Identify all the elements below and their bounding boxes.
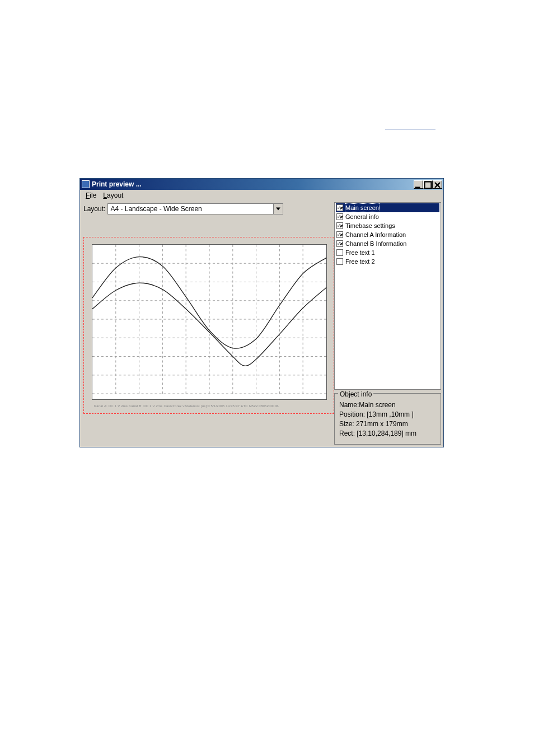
checklist-row[interactable]: Free text 2 [336, 257, 439, 266]
object-info-position: Position: [13mm ,10mm ] [339, 410, 436, 419]
dropdown-icon[interactable] [273, 204, 283, 214]
svg-rect-0 [415, 186, 420, 188]
menu-layout[interactable]: Layout [101, 191, 125, 200]
checklist-row[interactable]: Channel B Information [336, 239, 439, 248]
object-info-name: Name:Main screen [339, 400, 436, 410]
checklist-row[interactable]: Timebase settings [336, 221, 439, 230]
layout-combo-value: A4 - Landscape - Wide Screen [108, 204, 273, 214]
print-preview-window: Print preview ... File Layout Layout: A4… [79, 178, 444, 447]
svg-rect-1 [425, 181, 432, 188]
side-pane: Main screenGeneral infoTimebase settings… [334, 201, 443, 447]
checklist-label: General info [345, 212, 380, 221]
app-icon [82, 180, 90, 188]
waveform-plot [92, 245, 326, 399]
link-placeholder [385, 128, 435, 129]
checklist-row[interactable]: Main screen [336, 203, 439, 212]
checklist-label: Free text 2 [345, 257, 376, 266]
window-title: Print preview ... [92, 180, 411, 188]
checklist-label: Main screen [345, 203, 380, 212]
object-info-rect: Rect: [13,10,284,189] mm [339, 429, 436, 438]
checklist-label: Free text 1 [345, 248, 376, 257]
maximize-button[interactable] [423, 180, 433, 189]
checkbox[interactable] [336, 213, 343, 220]
checklist-row[interactable]: General info [336, 212, 439, 221]
titlebar[interactable]: Print preview ... [80, 179, 443, 190]
checklist-row[interactable]: Channel A Information [336, 230, 439, 239]
checklist-label: Channel A Information [345, 230, 406, 239]
left-pane: Layout: A4 - Landscape - Wide Screen [80, 201, 334, 447]
checkbox[interactable] [336, 222, 343, 229]
checkbox[interactable] [336, 258, 343, 265]
page-outline[interactable]: Kanal A: DC 1 V 2ms Kanal B: DC 1 V 2ms … [83, 237, 334, 414]
checkbox[interactable] [336, 240, 343, 247]
checkbox[interactable] [336, 231, 343, 238]
menubar: File Layout [80, 190, 443, 201]
checkbox[interactable] [336, 204, 343, 211]
preview-footer-text: Kanal A: DC 1 V 2ms Kanal B: DC 1 V 2ms … [94, 404, 324, 408]
checklist-label: Channel B Information [345, 239, 407, 248]
object-info-group: Object info Name:Main screen Position: [… [334, 393, 441, 445]
minimize-button[interactable] [414, 180, 423, 189]
checklist-label: Timebase settings [345, 221, 396, 230]
object-checklist[interactable]: Main screenGeneral infoTimebase settings… [334, 202, 441, 390]
checkbox[interactable] [336, 249, 343, 256]
preview-area: Kanal A: DC 1 V 2ms Kanal B: DC 1 V 2ms … [83, 237, 331, 442]
menu-file[interactable]: File [83, 191, 99, 200]
close-button[interactable] [433, 180, 442, 189]
object-info-legend: Object info [338, 390, 373, 399]
main-screen-object[interactable] [92, 244, 327, 400]
checklist-row[interactable]: Free text 1 [336, 248, 439, 257]
object-info-size: Size: 271mm x 179mm [339, 419, 436, 429]
layout-combo[interactable]: A4 - Landscape - Wide Screen [107, 203, 283, 214]
layout-label: Layout: [83, 205, 105, 213]
